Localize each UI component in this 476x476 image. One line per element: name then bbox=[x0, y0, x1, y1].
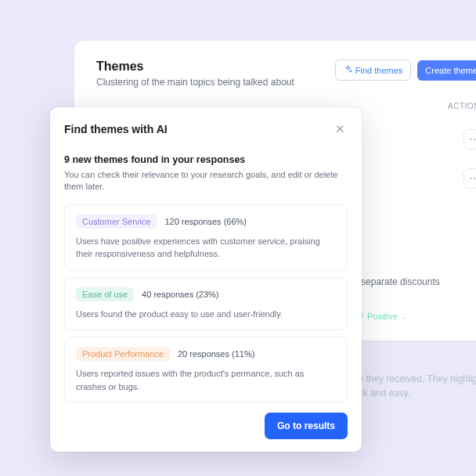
create-theme-button[interactable]: Create theme bbox=[417, 60, 476, 81]
close-icon: ✕ bbox=[335, 122, 345, 136]
theme-card[interactable]: Customer Service 120 responses (66%) Use… bbox=[64, 204, 348, 271]
theme-stat: 120 responses (66%) bbox=[164, 217, 247, 226]
theme-card[interactable]: Product Performance 20 responses (11%) U… bbox=[64, 337, 348, 403]
dots-icon: ⋯ bbox=[469, 133, 476, 146]
theme-badge: Customer Service bbox=[76, 215, 157, 229]
panel-title: Themes bbox=[96, 60, 294, 74]
modal-heading: 9 new themes found in your responses bbox=[64, 154, 348, 165]
theme-description: Users have positive experiences with cus… bbox=[76, 235, 336, 261]
theme-badge: Product Performance bbox=[76, 347, 170, 361]
chevron-down-icon: ⌄ bbox=[401, 312, 408, 322]
sparkle-icon bbox=[344, 65, 352, 75]
find-themes-modal: Find themes with AI ✕ 9 new themes found… bbox=[50, 107, 362, 452]
panel-subtitle: Clustering of the main topics being talk… bbox=[96, 77, 294, 88]
row-actions-button[interactable]: ⋯ bbox=[463, 129, 476, 150]
theme-description: Users reported issues with the product's… bbox=[76, 367, 336, 393]
modal-title: Find themes with AI bbox=[64, 123, 168, 135]
sentiment-label: Positive bbox=[367, 312, 398, 321]
find-themes-button[interactable]: Find themes bbox=[335, 60, 412, 81]
theme-badge: Ease of use bbox=[76, 287, 134, 301]
theme-stat: 20 responses (11%) bbox=[178, 349, 254, 359]
sentiment-badge[interactable]: Positive ⌄ bbox=[355, 311, 476, 322]
theme-description: Users found the product easy to use and … bbox=[76, 308, 336, 321]
panel-header: Themes Clustering of the main topics bei… bbox=[96, 60, 476, 88]
modal-subtext: You can check their relevance to your re… bbox=[64, 169, 348, 193]
theme-card[interactable]: Ease of use 40 responses (23%) Users fou… bbox=[64, 277, 348, 331]
row-actions-button[interactable]: ⋯ bbox=[463, 168, 476, 189]
dots-icon: ⋯ bbox=[469, 172, 476, 185]
theme-stat: 40 responses (23%) bbox=[142, 290, 218, 299]
close-button[interactable]: ✕ bbox=[332, 121, 348, 137]
find-themes-label: Find themes bbox=[355, 66, 403, 75]
go-to-results-button[interactable]: Go to results bbox=[265, 413, 348, 439]
